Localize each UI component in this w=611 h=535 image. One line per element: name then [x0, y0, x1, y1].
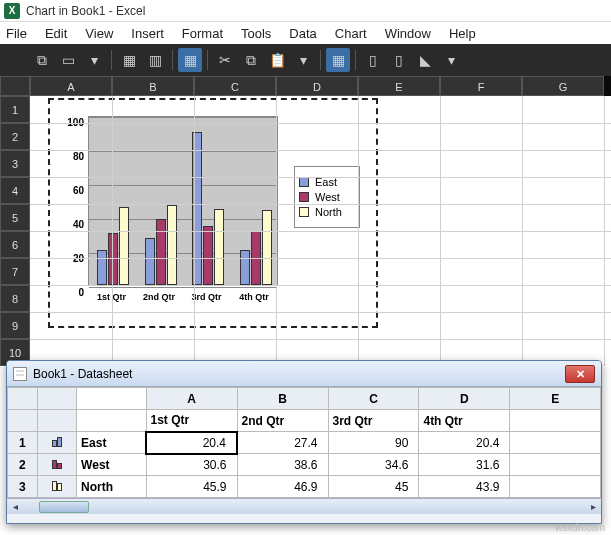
chart-type1-icon[interactable]: ▯: [361, 48, 385, 72]
select-all-corner[interactable]: [0, 76, 30, 96]
ds-cell[interactable]: 46.9: [237, 476, 328, 498]
ds-category-label[interactable]: 4th Qtr: [419, 410, 510, 432]
row-header[interactable]: 4: [0, 177, 30, 204]
scrollbar-thumb[interactable]: [39, 501, 89, 513]
datasheet-icon: [13, 367, 27, 381]
menu-bar: FileEditViewInsertFormatToolsDataChartWi…: [0, 22, 611, 44]
cut-icon[interactable]: ✂: [213, 48, 237, 72]
ds-cell[interactable]: 43.9: [419, 476, 510, 498]
ds-category-label[interactable]: 1st Qtr: [146, 410, 237, 432]
ds-category-label[interactable]: 2nd Qtr: [237, 410, 328, 432]
ds-cell[interactable]: 45.9: [146, 476, 237, 498]
row-header[interactable]: 3: [0, 150, 30, 177]
menu-chart[interactable]: Chart: [335, 26, 367, 41]
column-icon[interactable]: ▥: [143, 48, 167, 72]
menu-data[interactable]: Data: [289, 26, 316, 41]
menu-insert[interactable]: Insert: [131, 26, 164, 41]
ds-row-head[interactable]: 3: [8, 476, 38, 498]
horizontal-scrollbar[interactable]: ◂ ▸: [7, 498, 601, 514]
row-icon[interactable]: ▦: [117, 48, 141, 72]
datasheet-titlebar[interactable]: Book1 - Datasheet ✕: [7, 361, 601, 387]
ds-series-name[interactable]: West: [77, 454, 146, 476]
bar-east: [145, 238, 155, 285]
window-titlebar: X Chart in Book1 - Excel: [0, 0, 611, 22]
menu-help[interactable]: Help: [449, 26, 476, 41]
row-header[interactable]: 8: [0, 285, 30, 312]
bar-north: [167, 205, 177, 285]
ds-col-head[interactable]: C: [328, 388, 419, 410]
datasheet-window[interactable]: Book1 - Datasheet ✕ ABCDE1st Qtr2nd Qtr3…: [6, 360, 602, 524]
ds-cell[interactable]: 20.4: [146, 432, 237, 454]
ds-cell[interactable]: 30.6: [146, 454, 237, 476]
bar-east: [97, 250, 107, 285]
ds-series-name[interactable]: East: [77, 432, 146, 454]
row-header[interactable]: 5: [0, 204, 30, 231]
watermark: wsxdn.com: [555, 522, 605, 533]
chart-legend: EastWestNorth: [294, 166, 360, 228]
col-header[interactable]: A: [30, 76, 112, 96]
bold-icon[interactable]: [4, 48, 28, 72]
menu-view[interactable]: View: [85, 26, 113, 41]
col-header[interactable]: F: [440, 76, 522, 96]
col-header[interactable]: D: [276, 76, 358, 96]
paste-icon[interactable]: ▭: [56, 48, 80, 72]
legend-swatch-icon: [299, 177, 309, 187]
spreadsheet-area[interactable]: ABCDEFG 12345678910 020406080100 1st Qtr…: [0, 76, 611, 366]
row-header[interactable]: 7: [0, 258, 30, 285]
ds-cell[interactable]: 34.6: [328, 454, 419, 476]
col-header[interactable]: E: [358, 76, 440, 96]
y-tick-label: 100: [67, 117, 84, 128]
col-header[interactable]: G: [522, 76, 604, 96]
copy2-icon[interactable]: ⧉: [239, 48, 263, 72]
ds-col-head[interactable]: B: [237, 388, 328, 410]
ds-cell[interactable]: 38.6: [237, 454, 328, 476]
chart-type2-icon[interactable]: ▯: [387, 48, 411, 72]
menu-tools[interactable]: Tools: [241, 26, 271, 41]
scroll-right-icon[interactable]: ▸: [585, 499, 601, 515]
window-title: Chart in Book1 - Excel: [26, 4, 145, 18]
ds-cell[interactable]: 90: [328, 432, 419, 454]
menu-window[interactable]: Window: [385, 26, 431, 41]
excel-app-icon: X: [4, 3, 20, 19]
table-icon[interactable]: ▦: [326, 48, 350, 72]
row-header[interactable]: 1: [0, 96, 30, 123]
bar-west: [203, 226, 213, 285]
ds-cell[interactable]: 45: [328, 476, 419, 498]
chart-object[interactable]: 020406080100 1st Qtr2nd Qtr3rd Qtr4th Qt…: [48, 98, 378, 328]
scroll-left-icon[interactable]: ◂: [7, 499, 23, 515]
clipboard-icon[interactable]: 📋: [265, 48, 289, 72]
ds-row-head[interactable]: 2: [8, 454, 38, 476]
col-header[interactable]: C: [194, 76, 276, 96]
datasheet-grid[interactable]: ABCDE1st Qtr2nd Qtr3rd Qtr4th Qtr1East20…: [7, 387, 601, 498]
grid-icon[interactable]: ▦: [178, 48, 202, 72]
dropdown-icon[interactable]: ▾: [82, 48, 106, 72]
toolbar-separator: [207, 50, 208, 70]
row-header[interactable]: 6: [0, 231, 30, 258]
menu-file[interactable]: File: [6, 26, 27, 41]
row-header[interactable]: 9: [0, 312, 30, 339]
col-header[interactable]: B: [112, 76, 194, 96]
x-tick-label: 2nd Qtr: [136, 292, 183, 302]
ds-cell[interactable]: 27.4: [237, 432, 328, 454]
chart-type3-icon[interactable]: ◣: [413, 48, 437, 72]
ds-series-name[interactable]: North: [77, 476, 146, 498]
menu-edit[interactable]: Edit: [45, 26, 67, 41]
close-button[interactable]: ✕: [565, 365, 595, 383]
menu-format[interactable]: Format: [182, 26, 223, 41]
y-tick-label: 40: [73, 219, 84, 230]
cells-grid[interactable]: 020406080100 1st Qtr2nd Qtr3rd Qtr4th Qt…: [30, 96, 611, 366]
chevron-down-icon[interactable]: ▾: [291, 48, 315, 72]
bar-north: [119, 207, 129, 285]
chevron-down-icon[interactable]: ▾: [439, 48, 463, 72]
ds-col-head[interactable]: D: [419, 388, 510, 410]
ds-col-head[interactable]: E: [510, 388, 601, 410]
ds-cell[interactable]: 20.4: [419, 432, 510, 454]
ds-cell[interactable]: 31.6: [419, 454, 510, 476]
copy-icon[interactable]: ⧉: [30, 48, 54, 72]
ds-category-label[interactable]: 3rd Qtr: [328, 410, 419, 432]
row-header[interactable]: 2: [0, 123, 30, 150]
ds-col-head[interactable]: A: [146, 388, 237, 410]
chart-x-axis: 1st Qtr2nd Qtr3rd Qtr4th Qtr: [88, 288, 278, 318]
ds-row-head[interactable]: 1: [8, 432, 38, 454]
series-icon: [51, 459, 63, 469]
